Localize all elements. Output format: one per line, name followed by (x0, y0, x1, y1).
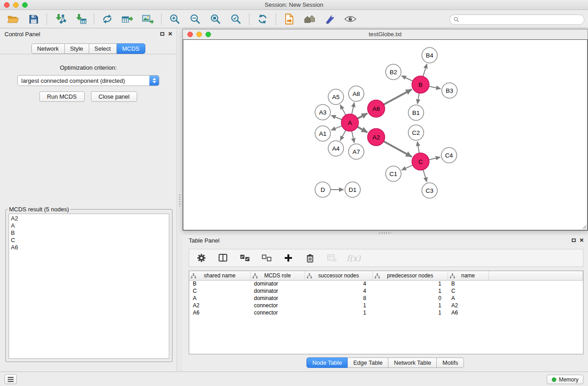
table-cell[interactable]: B (448, 280, 488, 287)
close-network-window-button[interactable] (187, 32, 193, 37)
edge-A-A3[interactable] (331, 115, 342, 119)
edge-B-B2[interactable] (402, 76, 413, 81)
import-table-button[interactable] (74, 12, 87, 26)
node-A4[interactable]: A4 (328, 141, 344, 156)
search-input[interactable] (462, 16, 580, 23)
export-table-button[interactable] (121, 12, 134, 26)
minimize-window-button[interactable] (13, 2, 19, 8)
zoom-network-window-button[interactable] (206, 32, 211, 37)
zoom-in-button[interactable] (168, 12, 182, 26)
network-window-titlebar[interactable]: testGlobe.txt (183, 29, 588, 39)
show-panels-button[interactable] (5, 374, 17, 384)
table-row[interactable]: Bdominator41B (189, 280, 583, 287)
node-C4[interactable]: C4 (441, 148, 457, 163)
mcds-result-item[interactable]: C (11, 237, 167, 244)
memory-button[interactable]: Memory (547, 375, 583, 384)
zoom-selected-button[interactable] (229, 12, 243, 26)
node-A6[interactable]: A6 (368, 100, 385, 117)
node-B3[interactable]: B3 (442, 83, 457, 98)
node-A[interactable]: A (341, 114, 359, 131)
table-cell[interactable]: 8 (305, 295, 373, 302)
edge-A6-B[interactable] (384, 90, 412, 105)
resize-grip-icon[interactable] (581, 224, 587, 229)
edge-A-A4[interactable] (340, 130, 346, 141)
node-C1[interactable]: C1 (386, 166, 401, 181)
table-row[interactable]: A2connector11A2 (189, 302, 583, 309)
tab-mcds[interactable]: MCDS (117, 43, 145, 54)
save-session-button[interactable] (27, 12, 40, 26)
table-cell[interactable]: 1 (373, 302, 448, 309)
tab-style[interactable]: Style (65, 43, 89, 54)
table-row[interactable]: A6connector11A6 (189, 309, 583, 316)
table-cell[interactable]: C (448, 287, 488, 295)
node-A7[interactable]: A7 (349, 144, 364, 159)
node-C3[interactable]: C3 (422, 183, 437, 198)
edge-A-A1[interactable] (331, 126, 342, 130)
graphics-details-button[interactable] (344, 12, 357, 26)
node-B[interactable]: B (412, 76, 429, 93)
optimization-criterion-select[interactable]: largest connected component (directed) (17, 75, 159, 86)
zoom-out-button[interactable] (188, 12, 202, 26)
tab-node-table[interactable]: Node Table (306, 357, 348, 368)
column-header[interactable]: MCDS role (250, 271, 305, 280)
table-cell[interactable]: A (189, 295, 250, 302)
node-D[interactable]: D (315, 182, 330, 197)
table-settings-button[interactable] (195, 251, 208, 265)
tab-motifs[interactable]: Motifs (437, 357, 464, 368)
horizontal-splitter[interactable] (182, 231, 588, 235)
edge-C-C4[interactable] (429, 157, 440, 160)
tab-network-table[interactable]: Network Table (388, 357, 437, 368)
apply-style-button[interactable] (323, 12, 337, 26)
open-file-button[interactable] (6, 12, 20, 26)
node-A8[interactable]: A8 (349, 86, 364, 101)
table-cell[interactable]: 1 (305, 309, 373, 316)
table-cell[interactable]: A2 (189, 302, 250, 309)
node-C2[interactable]: C2 (408, 125, 424, 140)
minimize-network-window-button[interactable] (196, 32, 202, 37)
open-session-button[interactable] (282, 12, 296, 26)
edge-A-A2[interactable] (358, 127, 368, 132)
column-header[interactable]: shared name (189, 271, 250, 280)
search-field[interactable] (449, 14, 584, 25)
float-panel-icon[interactable] (160, 32, 164, 36)
table-cell[interactable]: dominator (250, 287, 305, 295)
node-A1[interactable]: A1 (315, 126, 330, 141)
close-window-button[interactable] (4, 2, 10, 8)
edge-B-B1[interactable] (417, 93, 419, 104)
mcds-result-item[interactable]: B (11, 229, 167, 237)
zoom-window-button[interactable] (22, 2, 28, 8)
function-builder-button[interactable]: f(x) (347, 251, 360, 265)
table-cell[interactable]: 1 (373, 287, 448, 295)
edge-A-A8[interactable] (352, 103, 354, 114)
close-panel-icon[interactable]: ✕ (168, 31, 172, 37)
edge-C-C1[interactable] (402, 165, 413, 170)
node-A3[interactable]: A3 (315, 105, 330, 120)
export-network-button[interactable] (100, 12, 114, 26)
zoom-fit-button[interactable] (209, 12, 222, 26)
mcds-result-item[interactable]: A6 (11, 244, 167, 251)
show-columns-button[interactable] (216, 251, 230, 265)
column-header[interactable]: name (448, 271, 488, 280)
edge-B-B4[interactable] (423, 64, 427, 76)
edge-C-C3[interactable] (423, 170, 427, 182)
table-cell[interactable]: dominator (250, 280, 305, 287)
table-cell[interactable]: 4 (305, 280, 373, 287)
network-canvas-svg[interactable]: AA6A2BCA1A3A4A5A7A8B1B2B3B4C1C2C3C4DD1 (183, 40, 587, 230)
table-cell[interactable]: connector (250, 309, 305, 316)
float-table-panel-icon[interactable] (572, 238, 576, 242)
network-canvas[interactable]: AA6A2BCA1A3A4A5A7A8B1B2B3B4C1C2C3C4DD1 (183, 39, 588, 230)
node-B4[interactable]: B4 (422, 48, 437, 63)
table-cell[interactable]: A2 (448, 302, 488, 309)
run-mcds-button[interactable]: Run MCDS (39, 91, 85, 102)
edge-B-B3[interactable] (429, 86, 441, 89)
import-network-button[interactable] (53, 12, 67, 26)
tab-select[interactable]: Select (89, 43, 117, 54)
node-B2[interactable]: B2 (386, 64, 401, 80)
tab-edge-table[interactable]: Edge Table (348, 357, 388, 368)
edge-A-A7[interactable] (352, 131, 354, 143)
node-A2[interactable]: A2 (368, 129, 385, 146)
vertical-splitter[interactable] (177, 29, 182, 371)
delete-columns-button[interactable] (303, 251, 317, 265)
table-cell[interactable]: 1 (373, 309, 448, 316)
tab-network[interactable]: Network (31, 43, 65, 54)
